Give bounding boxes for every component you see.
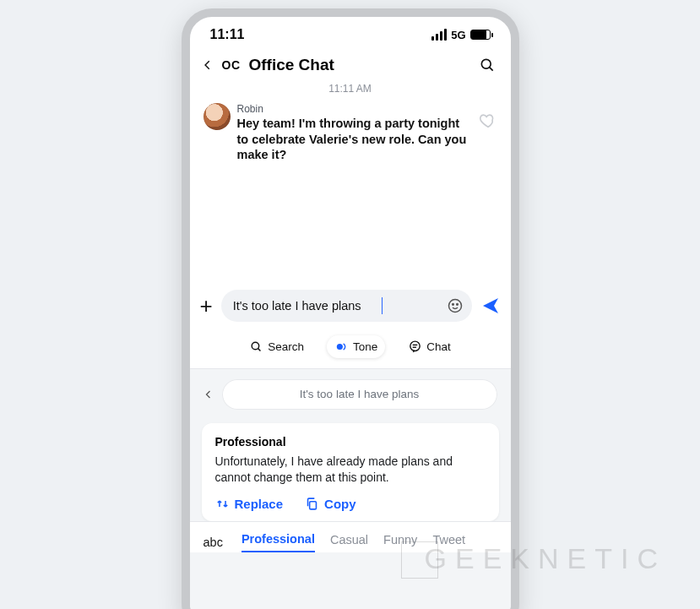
network-type: 5G (451, 29, 465, 41)
tone-tab-casual[interactable]: Casual (330, 533, 368, 552)
svg-point-7 (337, 344, 343, 350)
svg-point-3 (452, 303, 453, 305)
sender-name: Robin (237, 103, 472, 115)
search-small-icon (249, 340, 263, 354)
toolbar-chat[interactable]: Chat (400, 335, 459, 358)
tone-card-actions: Replace Copy (215, 497, 486, 511)
composer-input-wrap[interactable] (221, 290, 472, 322)
search-icon[interactable] (479, 57, 496, 73)
phone-frame: 11:11 5G OC Office Chat 11:11 AM Robin H… (182, 8, 519, 609)
toolbar-tone[interactable]: Tone (327, 335, 385, 358)
message-text: Hey team! I'm throwing a party tonight t… (237, 116, 472, 163)
copy-label: Copy (324, 497, 356, 511)
battery-icon (470, 30, 491, 40)
toolbar-search-label: Search (268, 340, 304, 353)
sender-avatar[interactable] (203, 103, 231, 130)
thread-spacer (190, 166, 511, 285)
tone-tabs: abc Professional Casual Funny Tweet (190, 521, 511, 552)
tone-card-body: Unfortunately, I have already made plans… (215, 454, 486, 486)
tone-echo-text: It's too late I have plans (300, 388, 419, 400)
tone-echo-input[interactable]: It's too late I have plans (222, 379, 497, 410)
copy-icon (305, 497, 319, 511)
chat-icon (408, 340, 422, 354)
composer-row: + (190, 285, 511, 327)
composer-input[interactable] (221, 290, 472, 322)
replace-icon (215, 497, 230, 511)
text-caret (382, 297, 383, 314)
svg-point-2 (448, 299, 461, 312)
copy-button[interactable]: Copy (305, 497, 356, 511)
svg-point-4 (456, 303, 458, 305)
keyboard-toolbar: Search Tone Chat (190, 327, 511, 368)
message-row: Robin Hey team! I'm throwing a party ton… (190, 95, 511, 166)
chat-title: Office Chat (249, 56, 470, 74)
tone-tab-funny[interactable]: Funny (383, 533, 417, 552)
svg-point-0 (481, 59, 491, 68)
tone-suggestion-card: Professional Unfortunately, I have alrea… (202, 423, 499, 522)
tone-tab-professional[interactable]: Professional (241, 532, 315, 552)
toolbar-search[interactable]: Search (241, 335, 312, 358)
tone-echo-row: It's too late I have plans (190, 369, 511, 420)
toolbar-chat-label: Chat (426, 340, 451, 353)
status-indicators: 5G (431, 29, 490, 41)
svg-point-5 (252, 342, 259, 350)
send-icon[interactable] (480, 296, 501, 316)
chat-header: OC Office Chat (190, 47, 511, 79)
tone-tab-tweet[interactable]: Tweet (432, 533, 465, 552)
clock: 11:11 (210, 27, 245, 42)
chat-avatar-initials: OC (222, 58, 241, 72)
svg-rect-11 (310, 502, 317, 509)
thread-timestamp: 11:11 AM (190, 83, 511, 95)
svg-point-8 (410, 341, 420, 351)
device-status-bar: 11:11 5G (190, 17, 511, 47)
replace-button[interactable]: Replace (215, 497, 284, 511)
tone-icon (334, 340, 349, 354)
signal-bars-icon (431, 29, 447, 41)
svg-line-1 (489, 68, 492, 71)
replace-label: Replace (235, 497, 284, 511)
chevron-left-icon[interactable] (203, 389, 214, 400)
add-attachment-icon[interactable]: + (200, 295, 213, 317)
emoji-icon[interactable] (447, 297, 464, 314)
heart-icon[interactable] (479, 111, 497, 130)
svg-line-6 (258, 348, 261, 351)
toolbar-tone-label: Tone (353, 340, 377, 353)
tone-panel: It's too late I have plans Professional … (190, 368, 511, 609)
keyboard-abc-toggle[interactable]: abc (203, 536, 223, 549)
back-icon[interactable] (202, 59, 214, 71)
tone-card-title: Professional (215, 435, 486, 449)
